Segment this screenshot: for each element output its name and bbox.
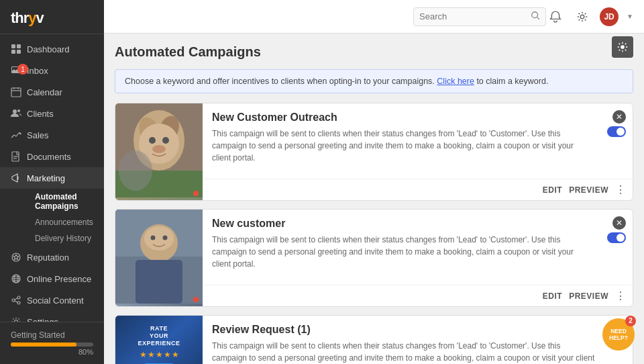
rate-your-experience-text: RATEYOUREXPERIENCE [138,325,180,347]
sidebar-item-settings[interactable]: Settings [0,311,104,322]
info-banner-link[interactable]: Click here [437,77,474,86]
sidebar-item-delivery-history[interactable]: Delivery History [24,230,104,246]
svg-point-46 [151,236,156,240]
search-bar[interactable] [413,7,546,26]
campaign-body-2: New customer This campaign will be sent … [203,210,600,285]
campaign-toggle-area-2: ✕ [600,210,633,285]
campaign-body-3: Review Request (1) This campaign will be… [203,316,606,364]
campaign-edit-btn-2[interactable]: EDIT [543,291,562,301]
campaign-preview-btn-2[interactable]: PREVIEW [569,291,608,301]
settings-fab-button[interactable] [612,36,633,58]
campaign-desc-1: This campaign will be sent to clients wh… [212,128,591,164]
svg-point-40 [119,150,152,191]
svg-line-24 [15,298,17,300]
red-dot-1 [193,191,199,196]
chevron-down-icon: ▼ [627,13,633,20]
campaign-more-icon-1[interactable]: ⋮ [615,183,626,196]
sidebar-item-automated-campaigns[interactable]: Automated Campaigns [24,189,104,214]
sidebar-label-inbox: Inbox [27,66,48,76]
sidebar-item-dashboard[interactable]: Dashboard [0,38,104,60]
search-icon [531,11,540,23]
sidebar-item-marketing[interactable]: Marketing [0,167,104,189]
sidebar-item-inbox[interactable]: Inbox 1 [0,60,104,81]
sidebar-item-announcements[interactable]: Announcements [24,214,104,230]
settings-icon [11,316,21,322]
svg-point-30 [621,45,625,49]
svg-point-8 [13,109,17,113]
sidebar-item-calendar[interactable]: Calendar [0,81,104,103]
campaign-title-3: Review Request (1) [212,324,596,336]
campaign-toggle-1[interactable] [607,126,626,137]
star-4: ★ [164,350,171,359]
sidebar-label-reputation: Reputation [27,253,69,263]
svg-point-9 [17,109,20,112]
sidebar-label-online-presence: Online Presence [27,274,91,284]
grid-icon [11,44,21,54]
svg-line-25 [15,301,17,302]
need-help-button[interactable]: 2 NEEDHELP? [602,318,635,351]
page-title: Automated Campaigns [115,44,633,60]
progress-fill [11,343,76,347]
notification-icon[interactable] [546,7,565,26]
gear-icon[interactable] [573,7,592,26]
reputation-icon [11,252,21,263]
info-banner-text: Choose a keyword and offer incentives to… [125,77,435,86]
sidebar-item-online-presence[interactable]: Online Presence [0,268,104,289]
online-icon [11,273,21,284]
clients-icon [11,108,21,119]
svg-point-27 [532,11,538,17]
campaign-edit-btn-1[interactable]: EDIT [543,185,562,195]
campaign-toggle-area-1: ✕ [600,103,633,179]
campaign-close-btn-2[interactable]: ✕ [612,216,626,230]
star-2: ★ [148,350,155,359]
sidebar-item-sales[interactable]: Sales [0,124,104,146]
campaign-desc-3: This campaign will be sent to clients wh… [212,340,596,364]
svg-point-38 [152,145,166,153]
sidebar-label-social-content: Social Content [27,295,84,306]
campaign-card-new-customer-outreach: New Customer Outreach This campaign will… [115,103,633,201]
social-icon [11,295,21,306]
sidebar-item-clients[interactable]: Clients [0,103,104,124]
sidebar: thryv Dashboard Inbox 1 Calendar Clie [0,0,104,364]
svg-point-21 [17,296,20,299]
svg-line-28 [537,17,540,19]
search-input[interactable] [419,11,527,21]
inbox-badge: 1 [17,64,28,75]
main-area: JD ▼ Automated Campaigns Choose a keywor… [104,0,644,364]
sidebar-label-documents: Documents [27,152,71,162]
svg-point-37 [162,137,169,144]
sidebar-logo: thryv [0,0,104,34]
sidebar-item-reputation[interactable]: Reputation [0,246,104,268]
svg-rect-4 [11,88,21,97]
user-avatar[interactable]: JD [600,7,619,26]
campaign-title-2: New customer [212,218,591,230]
campaign-card-new-customer: New customer This campaign will be sent … [115,209,633,307]
header-right: JD ▼ [546,7,633,26]
sidebar-nav: Dashboard Inbox 1 Calendar Clients Sal [0,34,104,322]
star-rating: ★ ★ ★ ★ ★ [140,350,179,359]
svg-point-47 [163,236,168,240]
calendar-icon [11,87,21,97]
campaign-thumb-rate: RATEYOUREXPERIENCE ★ ★ ★ ★ ★ SUBMIT [115,316,203,364]
need-help-badge: 2 [625,316,636,326]
svg-rect-1 [17,44,21,48]
campaign-thumb-dogs [115,103,203,200]
sidebar-item-documents[interactable]: Documents [0,146,104,167]
campaign-thumb-person [115,210,203,306]
campaign-more-icon-2[interactable]: ⋮ [615,289,626,302]
campaign-footer-1: EDIT PREVIEW ⋮ [203,179,633,200]
campaign-preview-btn-1[interactable]: PREVIEW [569,185,608,195]
campaign-title-1: New Customer Outreach [212,111,591,124]
campaign-card-review-request: RATEYOUREXPERIENCE ★ ★ ★ ★ ★ SUBMIT Revi… [115,315,633,364]
sidebar-label-marketing: Marketing [27,173,65,183]
star-1: ★ [140,350,147,359]
sales-icon [11,130,21,140]
campaign-close-btn-1[interactable]: ✕ [612,110,626,124]
logo-text: thryv [11,9,93,27]
progress-percent: 80% [11,348,93,356]
info-banner: Choose a keyword and offer incentives to… [115,69,633,93]
campaign-toggle-2[interactable] [607,232,626,243]
svg-rect-0 [11,44,15,48]
sidebar-item-social-content[interactable]: Social Content [0,289,104,311]
need-help-label: NEEDHELP? [609,328,628,341]
